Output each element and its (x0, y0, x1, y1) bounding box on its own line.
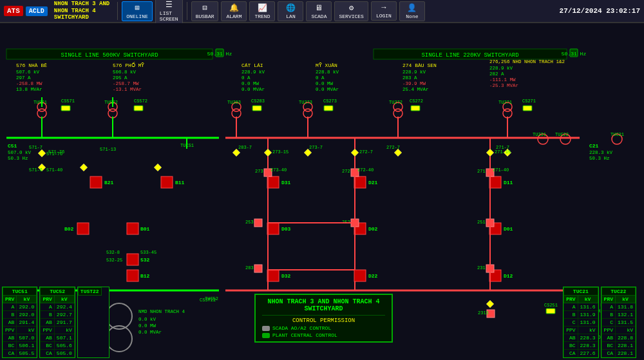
svg-rect-201 (127, 254, 138, 265)
nav-login[interactable]: → LOGIN (371, 1, 397, 21)
table-row: BC506.1 (3, 342, 37, 350)
svg-text:253: 253 (245, 220, 254, 225)
tuc21-table: TUC21 PRVkV A131.6 B131.9 C131.0 PPVkV A… (563, 287, 598, 358)
svg-text:271-15: 271-15 (495, 149, 511, 155)
svg-text:-39.9 MW: -39.9 MW (402, 81, 426, 86)
svg-text:0.0 MVAr: 0.0 MVAr (242, 87, 265, 92)
svg-text:CS283: CS283 (251, 99, 265, 104)
nav-trend[interactable]: 📈 TREND (249, 1, 275, 21)
control-permission-label: CONTROL PERMISSION (262, 315, 385, 324)
nav-lan[interactable]: 🌐 LAN (278, 1, 303, 21)
svg-text:228.9 kV: 228.9 kV (242, 70, 265, 75)
svg-text:0.0 MVAr: 0.0 MVAr (316, 87, 339, 92)
svg-rect-98 (411, 106, 420, 111)
nav-busbar[interactable]: ⊟ BUSBAR (191, 1, 219, 21)
tust22-table: TUST22 (77, 287, 109, 358)
svg-rect-135 (254, 265, 262, 272)
nav-scada[interactable]: 🖥 SCADA (306, 1, 332, 21)
svg-text:0.0 MW: 0.0 MW (316, 81, 334, 86)
svg-text:CS572: CS572 (134, 99, 147, 104)
svg-text:532-25: 532-25 (106, 258, 122, 263)
svg-rect-81 (324, 106, 333, 111)
svg-text:-111.1 MW: -111.1 MW (489, 77, 516, 82)
table-row: A131.8 (601, 303, 635, 311)
logo-ats: ATS (4, 6, 23, 16)
svg-text:-258.8 MW: -258.8 MW (16, 81, 43, 86)
busbar-icon: ⊟ (202, 3, 207, 13)
nav-alarm[interactable]: 🔔 ALARM (221, 1, 247, 21)
svg-text:271: 271 (477, 169, 486, 174)
table-row: AB291.7 (41, 319, 74, 327)
nav-lan-label: LAN (286, 14, 295, 19)
svg-rect-125 (267, 223, 279, 234)
svg-rect-117 (489, 176, 501, 188)
table-row: BC505.6 (41, 342, 74, 350)
table-row: CA227.6 (564, 350, 598, 357)
svg-text:D21: D21 (368, 180, 378, 185)
tuc22-col-kv: kV (615, 296, 635, 303)
svg-rect-106 (523, 106, 532, 111)
svg-text:251: 251 (477, 220, 486, 225)
services-icon: ⚙ (349, 3, 354, 13)
svg-rect-115 (354, 176, 366, 188)
svg-text:282 A: 282 A (489, 71, 504, 77)
nav-login-label: LOGIN (376, 13, 392, 19)
svg-rect-73 (252, 106, 261, 111)
svg-text:576 NHÀ BÊ: 576 NHÀ BÊ (16, 62, 47, 68)
table-row: AB291.4 (3, 319, 37, 327)
svg-text:D03: D03 (281, 226, 291, 232)
tuc21-col-kv: kV (578, 296, 598, 303)
svg-rect-22 (61, 106, 70, 111)
svg-text:CS271: CS271 (522, 99, 536, 104)
svg-text:231: 231 (477, 265, 486, 270)
svg-text:228.9 kV: 228.9 kV (402, 70, 426, 75)
trend-icon: 📈 (258, 3, 267, 13)
nav-listscreen-label: LISTSCREEN (160, 10, 178, 22)
svg-text:272-40: 272-40 (357, 167, 374, 173)
tuc22-table: TUC22 PRVkV A131.8 B132.1 C131.5 PPVkV A… (601, 287, 636, 358)
svg-text:B01: B01 (140, 226, 150, 232)
ctrl-item-scada: SCADA AO/A2 CONTROL (262, 325, 385, 331)
nav-user[interactable]: 👤 None (399, 1, 425, 21)
nav-listscreen[interactable]: ☰ LISTSCREEN (155, 0, 183, 24)
table-row: C131.0 (564, 319, 598, 327)
svg-rect-42 (90, 176, 102, 188)
svg-text:CÁT LÁI: CÁT LÁI (242, 62, 263, 68)
table-row: B292.0 (3, 311, 37, 319)
svg-text:B12: B12 (140, 273, 150, 279)
datetime-display: 27/12/2024 23:02:17 (560, 7, 640, 15)
svg-text:274 BÀU SEN: 274 BÀU SEN (402, 62, 437, 68)
tuc21-col-prv: PRV (564, 296, 578, 303)
nav-title: NHON TRACH 3 AND NHON TRACH 4 SWITCHYARD (54, 1, 109, 21)
svg-text:D12: D12 (504, 273, 513, 279)
ctrl-plant-label: PLANT CENTRAL CONTROL (272, 332, 337, 338)
svg-text:TU283: TU283 (227, 100, 241, 105)
svg-text:D32: D32 (281, 273, 291, 279)
svg-text:SINGLE LINE 500KV SWITCHYARD: SINGLE LINE 500KV SWITCHYARD (61, 52, 158, 59)
svg-text:50.31 Hz: 50.31 Hz (207, 51, 232, 57)
nav-separator-2 (187, 2, 187, 20)
svg-text:50.3 Hz: 50.3 Hz (589, 156, 610, 161)
svg-text:506.8 kV: 506.8 kV (113, 70, 137, 75)
svg-text:CS272: CS272 (410, 99, 423, 104)
table-row: AB507.1 (41, 334, 74, 342)
tust22-header: TUST22 (78, 288, 101, 296)
tuc22-header: TUC22 (601, 288, 635, 296)
svg-text:TU231: TU231 (533, 132, 546, 137)
svg-text:-25.3 MVAr: -25.3 MVAr (489, 83, 518, 88)
svg-text:532: 532 (140, 257, 150, 263)
nav-oneline-label: ONELINE (126, 14, 148, 19)
svg-text:C51: C51 (8, 143, 17, 149)
svg-text:-258.7 MW: -258.7 MW (113, 81, 139, 86)
nav-oneline[interactable]: ⊞ ONELINE (122, 1, 153, 21)
tuc51-header: TUC51 (3, 288, 37, 296)
table-row: PPVkV (41, 327, 74, 334)
nav-services[interactable]: ⚙ SERVICES (334, 1, 368, 21)
svg-text:13.8 MVAr: 13.8 MVAr (16, 87, 43, 92)
svg-text:CS273: CS273 (323, 99, 337, 104)
info-title: NHON TRACH 3 AND NHON TRACH 4 (262, 298, 385, 305)
tuc52-header: TUC52 (41, 288, 74, 296)
svg-text:507.0 kV: 507.0 kV (8, 150, 32, 155)
table-row: PPVkV (601, 327, 635, 334)
ctrl-dot-gray (262, 326, 270, 331)
